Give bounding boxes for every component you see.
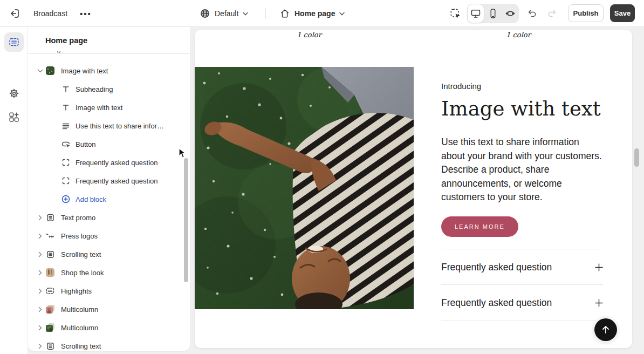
page-selector[interactable]: Home page xyxy=(279,0,345,27)
faq-divider xyxy=(441,249,603,249)
sidebar-scrollbar[interactable] xyxy=(184,158,188,282)
locale-label: Default xyxy=(215,9,238,18)
chevron-right-icon[interactable] xyxy=(36,213,44,222)
document-icon xyxy=(46,213,54,222)
locale-selector[interactable]: Default xyxy=(200,0,248,27)
sections-sidebar: Home page y Image with text Subheading I… xyxy=(28,27,190,351)
theme-preview: 1 color 1 color xyxy=(195,30,632,348)
rail-apps-tab[interactable] xyxy=(4,107,24,127)
faq-divider xyxy=(441,321,603,321)
apps-icon xyxy=(8,111,20,123)
clipped-row-sliver: y xyxy=(57,49,60,53)
text-block-icon xyxy=(61,85,70,93)
document-icon xyxy=(46,342,54,350)
globe-icon xyxy=(200,8,210,19)
add-circle-icon xyxy=(61,195,70,203)
page-selector-label: Home page xyxy=(294,9,335,18)
exit-editor-button[interactable] xyxy=(9,8,20,19)
chevron-right-icon[interactable] xyxy=(36,232,44,240)
chevron-right-icon[interactable] xyxy=(36,250,44,258)
tree-item-multicolumn-1[interactable]: Multicolumn xyxy=(28,300,190,318)
faq-row-2[interactable]: Frequently asked question xyxy=(441,294,603,312)
scroll-to-top-button[interactable] xyxy=(594,318,617,341)
tree-item-faq-2[interactable]: Frequently asked question xyxy=(28,172,190,190)
tree-item-button[interactable]: Button xyxy=(28,135,190,153)
button-block-icon xyxy=(61,140,70,148)
device-preview-switch xyxy=(467,4,519,23)
tree-item-faq-1[interactable]: Frequently asked question xyxy=(28,153,190,172)
tree-item-text-promo[interactable]: Text promo xyxy=(28,208,190,227)
undo-button[interactable] xyxy=(526,8,538,19)
redo-button[interactable] xyxy=(546,8,558,19)
editor-rail xyxy=(0,27,28,354)
tree-item-subheading[interactable]: Subheading xyxy=(28,80,190,98)
publish-button[interactable]: Publish xyxy=(568,4,604,22)
learn-more-button[interactable]: LEARN MORE xyxy=(441,216,518,237)
preview-scrollbar[interactable] xyxy=(634,148,639,167)
undo-icon xyxy=(527,8,538,19)
sections-icon xyxy=(8,36,20,48)
faq-block-icon xyxy=(61,158,70,167)
text-block-icon xyxy=(61,103,70,112)
home-icon xyxy=(279,8,290,19)
add-block-button[interactable]: Add block xyxy=(28,190,190,208)
desktop-icon xyxy=(470,8,481,19)
chevron-down-icon xyxy=(339,12,345,16)
gear-icon xyxy=(8,87,20,99)
tree-item-scrolling-text-2[interactable]: Scrolling text xyxy=(28,337,190,351)
tree-item-press-logos[interactable]: Press logos xyxy=(28,227,190,245)
image-thumbnail-icon xyxy=(46,305,54,314)
rail-settings-tab[interactable] xyxy=(4,84,24,103)
tree-item-image-with-text-heading[interactable]: Image with text xyxy=(28,98,190,117)
rail-sections-tab[interactable] xyxy=(4,32,24,52)
chevron-right-icon[interactable] xyxy=(36,342,44,350)
faq-divider xyxy=(441,284,603,285)
plus-icon xyxy=(595,299,603,307)
tree-item-image-with-text[interactable]: Image with text xyxy=(28,62,190,80)
chevron-right-icon[interactable] xyxy=(36,305,44,314)
chevron-down-icon xyxy=(243,12,248,16)
image-with-text-photo[interactable] xyxy=(195,67,414,309)
redo-icon xyxy=(546,8,557,19)
device-desktop-button[interactable] xyxy=(467,4,484,23)
top-bar: Broadcast ••• Default Home page xyxy=(0,0,644,27)
more-actions-button[interactable]: ••• xyxy=(79,8,93,19)
image-thumbnail-icon xyxy=(46,66,54,75)
chevron-down-icon[interactable] xyxy=(36,66,44,75)
tree-item-scrolling-text-1[interactable]: Scrolling text xyxy=(28,245,190,263)
tree-item-shop-the-look[interactable]: Shop the look xyxy=(28,263,190,282)
section-subheading: Introducing xyxy=(441,81,481,91)
chevron-right-icon[interactable] xyxy=(36,268,44,277)
press-logo-text: 1 color xyxy=(277,31,341,39)
save-button[interactable]: Save xyxy=(610,4,635,22)
press-logos-icon xyxy=(46,232,54,240)
tree-item-highlights[interactable]: Highlights xyxy=(28,282,190,300)
section-heading: Image with text xyxy=(441,97,601,121)
faq-row-1[interactable]: Frequently asked question xyxy=(441,258,603,276)
press-logo-text: 1 color xyxy=(486,31,551,39)
chevron-right-icon[interactable] xyxy=(36,323,44,332)
document-icon xyxy=(46,250,54,258)
exit-icon xyxy=(9,8,20,19)
mobile-icon xyxy=(488,8,498,19)
section-dashed-icon xyxy=(46,287,54,295)
inspect-tool-button[interactable] xyxy=(450,8,462,20)
section-body-text: Use this text to share information about… xyxy=(441,135,604,205)
sidebar-title: Home page xyxy=(28,27,190,54)
section-tree: y Image with text Subheading Image with … xyxy=(28,54,190,351)
faq-block-icon xyxy=(61,176,70,185)
topbar-divider xyxy=(265,8,266,19)
inspect-cursor-icon xyxy=(450,8,462,20)
theme-name: Broadcast xyxy=(33,0,67,27)
image-thumbnail-icon xyxy=(46,268,54,277)
paragraph-block-icon xyxy=(61,121,70,130)
tree-item-multicolumn-2[interactable]: Multicolumn xyxy=(28,318,190,337)
arrow-up-icon xyxy=(601,325,611,335)
plus-icon xyxy=(595,263,603,271)
tree-item-body-text[interactable]: Use this text to share infor… xyxy=(28,117,190,135)
device-mobile-button[interactable] xyxy=(484,4,502,23)
device-fullwidth-button[interactable] xyxy=(502,4,519,23)
fullwidth-icon xyxy=(505,8,516,19)
image-thumbnail-icon xyxy=(46,323,54,332)
chevron-right-icon[interactable] xyxy=(36,287,44,295)
